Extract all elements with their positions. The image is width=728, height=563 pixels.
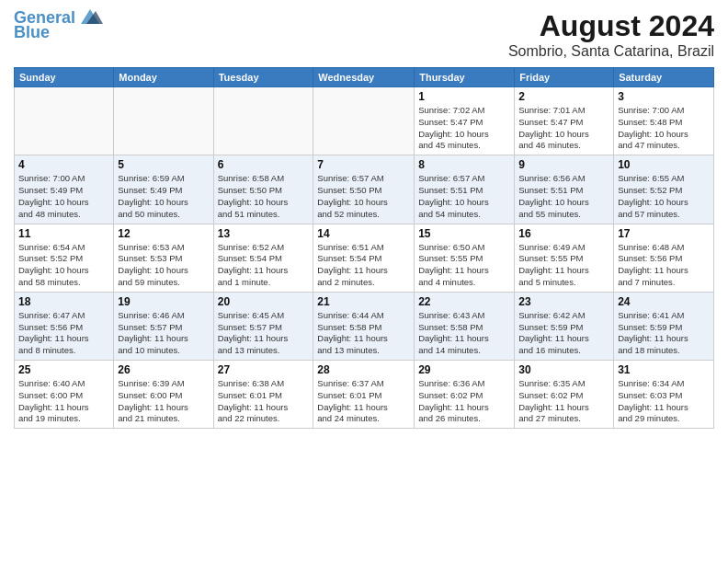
day-number: 29 — [418, 363, 510, 376]
calendar-cell — [15, 87, 114, 155]
calendar-cell: 11Sunrise: 6:54 AM Sunset: 5:52 PM Dayli… — [15, 224, 114, 292]
calendar-title: August 2024 — [508, 9, 714, 43]
day-number: 15 — [418, 227, 510, 240]
day-number: 27 — [218, 363, 310, 376]
day-number: 26 — [118, 363, 209, 376]
day-number: 9 — [518, 158, 609, 171]
day-info: Sunrise: 6:52 AM Sunset: 5:54 PM Dayligh… — [218, 242, 310, 289]
page: General Blue August 2024 Sombrio, Santa … — [0, 0, 728, 563]
calendar-cell: 26Sunrise: 6:39 AM Sunset: 6:00 PM Dayli… — [114, 361, 213, 429]
day-info: Sunrise: 7:02 AM Sunset: 5:47 PM Dayligh… — [418, 105, 510, 152]
logo-icon — [77, 7, 103, 28]
day-info: Sunrise: 6:40 AM Sunset: 6:00 PM Dayligh… — [18, 378, 109, 425]
calendar-cell: 23Sunrise: 6:42 AM Sunset: 5:59 PM Dayli… — [515, 292, 614, 360]
day-info: Sunrise: 6:34 AM Sunset: 6:03 PM Dayligh… — [618, 378, 710, 425]
day-info: Sunrise: 6:37 AM Sunset: 6:01 PM Dayligh… — [317, 378, 410, 425]
calendar-cell: 28Sunrise: 6:37 AM Sunset: 6:01 PM Dayli… — [313, 361, 415, 429]
day-number: 22 — [418, 295, 510, 308]
calendar-cell: 22Sunrise: 6:43 AM Sunset: 5:58 PM Dayli… — [415, 292, 515, 360]
day-info: Sunrise: 6:51 AM Sunset: 5:54 PM Dayligh… — [317, 242, 410, 289]
calendar-table: SundayMondayTuesdayWednesdayThursdayFrid… — [14, 67, 714, 429]
day-info: Sunrise: 6:55 AM Sunset: 5:52 PM Dayligh… — [618, 173, 710, 220]
calendar-cell: 13Sunrise: 6:52 AM Sunset: 5:54 PM Dayli… — [213, 224, 313, 292]
calendar-header-tuesday: Tuesday — [213, 68, 313, 87]
calendar-header-saturday: Saturday — [614, 68, 714, 87]
calendar-cell — [313, 87, 415, 155]
day-number: 21 — [317, 295, 410, 308]
day-number: 8 — [418, 158, 510, 171]
calendar-cell: 27Sunrise: 6:38 AM Sunset: 6:01 PM Dayli… — [213, 361, 313, 429]
day-number: 30 — [518, 363, 609, 376]
calendar-cell: 14Sunrise: 6:51 AM Sunset: 5:54 PM Dayli… — [313, 224, 415, 292]
calendar-cell: 1Sunrise: 7:02 AM Sunset: 5:47 PM Daylig… — [415, 87, 515, 155]
day-info: Sunrise: 6:53 AM Sunset: 5:53 PM Dayligh… — [118, 242, 209, 289]
calendar-week-row: 18Sunrise: 6:47 AM Sunset: 5:56 PM Dayli… — [15, 292, 714, 360]
day-number: 11 — [18, 227, 109, 240]
calendar-header-friday: Friday — [515, 68, 614, 87]
day-info: Sunrise: 6:57 AM Sunset: 5:50 PM Dayligh… — [317, 173, 410, 220]
day-info: Sunrise: 6:43 AM Sunset: 5:58 PM Dayligh… — [418, 310, 510, 357]
calendar-week-row: 4Sunrise: 7:00 AM Sunset: 5:49 PM Daylig… — [15, 155, 714, 224]
day-info: Sunrise: 7:00 AM Sunset: 5:48 PM Dayligh… — [618, 105, 710, 152]
day-info: Sunrise: 7:01 AM Sunset: 5:47 PM Dayligh… — [518, 105, 609, 152]
calendar-cell — [213, 87, 313, 155]
day-number: 5 — [118, 158, 209, 171]
calendar-cell: 19Sunrise: 6:46 AM Sunset: 5:57 PM Dayli… — [114, 292, 213, 360]
calendar-cell: 24Sunrise: 6:41 AM Sunset: 5:59 PM Dayli… — [614, 292, 714, 360]
day-number: 28 — [317, 363, 410, 376]
calendar-cell: 10Sunrise: 6:55 AM Sunset: 5:52 PM Dayli… — [614, 155, 714, 224]
day-info: Sunrise: 6:42 AM Sunset: 5:59 PM Dayligh… — [518, 310, 609, 357]
logo: General Blue — [14, 9, 103, 42]
day-number: 6 — [218, 158, 310, 171]
day-info: Sunrise: 6:39 AM Sunset: 6:00 PM Dayligh… — [118, 378, 209, 425]
day-number: 18 — [18, 295, 109, 308]
calendar-cell: 25Sunrise: 6:40 AM Sunset: 6:00 PM Dayli… — [15, 361, 114, 429]
day-number: 16 — [518, 227, 609, 240]
header: General Blue August 2024 Sombrio, Santa … — [14, 9, 714, 60]
day-number: 31 — [618, 363, 710, 376]
calendar-cell: 7Sunrise: 6:57 AM Sunset: 5:50 PM Daylig… — [313, 155, 415, 224]
day-number: 10 — [618, 158, 710, 171]
calendar-cell: 2Sunrise: 7:01 AM Sunset: 5:47 PM Daylig… — [515, 87, 614, 155]
day-number: 23 — [518, 295, 609, 308]
day-info: Sunrise: 6:54 AM Sunset: 5:52 PM Dayligh… — [18, 242, 109, 289]
calendar-cell: 4Sunrise: 7:00 AM Sunset: 5:49 PM Daylig… — [15, 155, 114, 224]
calendar-header-wednesday: Wednesday — [313, 68, 415, 87]
day-number: 20 — [218, 295, 310, 308]
calendar-cell: 20Sunrise: 6:45 AM Sunset: 5:57 PM Dayli… — [213, 292, 313, 360]
day-number: 7 — [317, 158, 410, 171]
calendar-cell: 16Sunrise: 6:49 AM Sunset: 5:55 PM Dayli… — [515, 224, 614, 292]
calendar-cell: 18Sunrise: 6:47 AM Sunset: 5:56 PM Dayli… — [15, 292, 114, 360]
day-number: 19 — [118, 295, 209, 308]
day-info: Sunrise: 6:50 AM Sunset: 5:55 PM Dayligh… — [418, 242, 510, 289]
day-info: Sunrise: 6:35 AM Sunset: 6:02 PM Dayligh… — [518, 378, 609, 425]
day-number: 1 — [418, 90, 510, 103]
day-number: 4 — [18, 158, 109, 171]
day-info: Sunrise: 6:47 AM Sunset: 5:56 PM Dayligh… — [18, 310, 109, 357]
calendar-cell: 8Sunrise: 6:57 AM Sunset: 5:51 PM Daylig… — [415, 155, 515, 224]
day-info: Sunrise: 6:49 AM Sunset: 5:55 PM Dayligh… — [518, 242, 609, 289]
calendar-cell: 12Sunrise: 6:53 AM Sunset: 5:53 PM Dayli… — [114, 224, 213, 292]
day-number: 25 — [18, 363, 109, 376]
day-info: Sunrise: 7:00 AM Sunset: 5:49 PM Dayligh… — [18, 173, 109, 220]
calendar-cell: 9Sunrise: 6:56 AM Sunset: 5:51 PM Daylig… — [515, 155, 614, 224]
calendar-cell: 31Sunrise: 6:34 AM Sunset: 6:03 PM Dayli… — [614, 361, 714, 429]
day-info: Sunrise: 6:46 AM Sunset: 5:57 PM Dayligh… — [118, 310, 209, 357]
calendar-header-thursday: Thursday — [415, 68, 515, 87]
title-block: August 2024 Sombrio, Santa Catarina, Bra… — [508, 9, 714, 60]
calendar-week-row: 1Sunrise: 7:02 AM Sunset: 5:47 PM Daylig… — [15, 87, 714, 155]
calendar-cell: 3Sunrise: 7:00 AM Sunset: 5:48 PM Daylig… — [614, 87, 714, 155]
day-number: 2 — [518, 90, 609, 103]
day-info: Sunrise: 6:36 AM Sunset: 6:02 PM Dayligh… — [418, 378, 510, 425]
day-info: Sunrise: 6:41 AM Sunset: 5:59 PM Dayligh… — [618, 310, 710, 357]
calendar-header-row: SundayMondayTuesdayWednesdayThursdayFrid… — [15, 68, 714, 87]
calendar-subtitle: Sombrio, Santa Catarina, Brazil — [508, 43, 714, 60]
logo-text-line2: Blue — [14, 24, 50, 42]
calendar-cell: 21Sunrise: 6:44 AM Sunset: 5:58 PM Dayli… — [313, 292, 415, 360]
day-info: Sunrise: 6:56 AM Sunset: 5:51 PM Dayligh… — [518, 173, 609, 220]
day-number: 14 — [317, 227, 410, 240]
calendar-cell: 15Sunrise: 6:50 AM Sunset: 5:55 PM Dayli… — [415, 224, 515, 292]
calendar-header-sunday: Sunday — [15, 68, 114, 87]
day-info: Sunrise: 6:58 AM Sunset: 5:50 PM Dayligh… — [218, 173, 310, 220]
calendar-cell: 6Sunrise: 6:58 AM Sunset: 5:50 PM Daylig… — [213, 155, 313, 224]
